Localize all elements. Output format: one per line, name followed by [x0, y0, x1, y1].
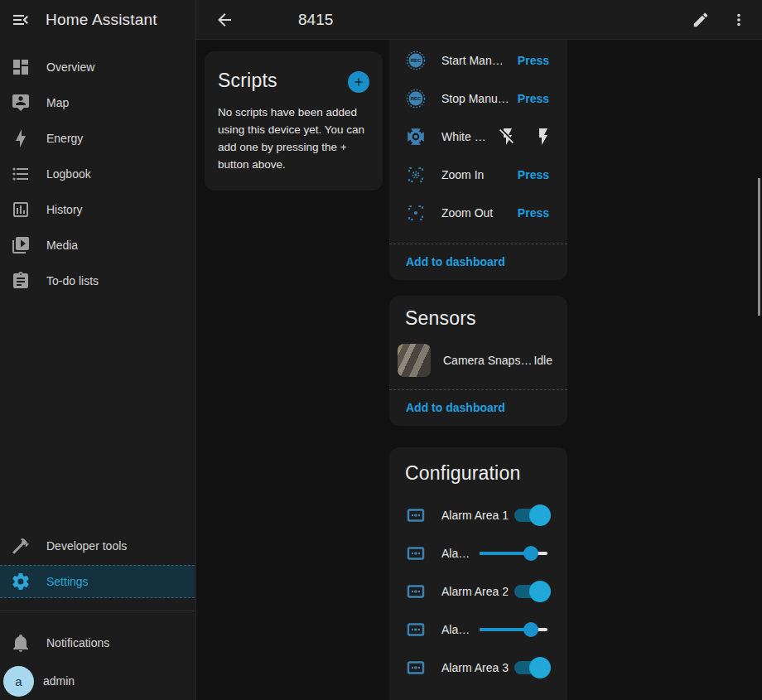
config-row: Alarm Area 1 [389, 496, 567, 534]
app-title: Home Assistant [46, 11, 157, 29]
sidebar-item-media[interactable]: Media [0, 229, 195, 262]
scripts-card: Scripts No scripts have been added using… [205, 51, 383, 191]
page-title: 8415 [298, 11, 333, 29]
control-label: Zoom Out [441, 206, 518, 220]
camera-thumbnail[interactable] [398, 344, 431, 377]
edit-button[interactable] [687, 7, 714, 33]
topbar-actions [687, 7, 762, 33]
scrollbar-thumb[interactable] [758, 178, 760, 316]
press-button[interactable]: Press [518, 92, 549, 105]
control-label: Stop Manu… [441, 92, 518, 105]
alarm-area-icon[interactable] [406, 505, 426, 525]
scripts-card-title: Scripts [218, 70, 277, 92]
flash-off-icon[interactable] [498, 127, 518, 147]
sensors-card: Sensors Camera Snaps… Idle Add to dashbo… [389, 296, 567, 426]
lightning-icon [7, 128, 34, 148]
control-row: Zoom Out Press [389, 194, 567, 232]
map-account-icon [7, 93, 34, 113]
svg-text:REC: REC [411, 58, 422, 63]
gear-icon [7, 572, 34, 591]
config-row: Ala… [389, 611, 567, 649]
floodlight-icon[interactable] [406, 127, 426, 147]
add-to-dashboard-link[interactable]: Add to dashboard [389, 244, 567, 280]
record-icon[interactable]: REC [406, 89, 426, 109]
sidebar-item-label: Notifications [46, 636, 109, 649]
controls-card: REC Start Man… Press REC Stop Manu… Pres… [389, 40, 567, 280]
sidebar-item-todo-lists[interactable]: To-do lists [0, 264, 195, 297]
sidebar: Home Assistant Overview Map Energy Logbo… [0, 0, 196, 700]
alarm-area-toggle[interactable] [514, 659, 547, 676]
config-row: Alarm Area 3 [389, 649, 567, 687]
page-header: 8415 [196, 0, 762, 40]
alarm-area-icon[interactable] [406, 543, 426, 563]
overflow-menu-button[interactable] [726, 7, 752, 33]
sidebar-item-label: Developer tools [46, 539, 127, 553]
zoom-in-icon[interactable] [406, 165, 426, 185]
config-label: Alarm Area 1 [441, 509, 514, 522]
svg-text:REC: REC [411, 96, 422, 101]
sidebar-item-label: To-do lists [46, 274, 99, 287]
control-label: Zoom In [441, 168, 518, 181]
scripts-empty-text: No scripts have been added using this de… [218, 104, 369, 173]
home-assistant-app: Home Assistant Overview Map Energy Logbo… [0, 0, 762, 700]
sidebar-item-label: Settings [46, 575, 89, 588]
configuration-rows: Alarm Area 1 Ala… Alarm Area 2 [389, 496, 567, 687]
back-button[interactable] [211, 7, 238, 33]
sensor-value: Idle [533, 354, 552, 367]
sensor-label: Camera Snaps… [443, 354, 533, 367]
sidebar-item-label: Media [46, 239, 78, 252]
zoom-out-icon[interactable] [406, 203, 426, 223]
bell-icon [7, 633, 34, 653]
record-icon[interactable]: REC [406, 51, 426, 70]
config-label: Alarm Area 3 [441, 661, 514, 674]
sidebar-item-logbook[interactable]: Logbook [0, 157, 195, 191]
sidebar-item-profile[interactable]: a admin [0, 664, 195, 698]
sidebar-item-map[interactable]: Map [0, 86, 195, 119]
config-label: Ala… [441, 623, 480, 636]
dashboard-icon [7, 57, 34, 77]
config-row: Ala… [389, 534, 567, 572]
alarm-sensitivity-slider[interactable] [480, 621, 547, 638]
pencil-icon [692, 11, 710, 29]
sidebar-item-label: Logbook [46, 167, 91, 181]
user-name: admin [43, 674, 75, 688]
sidebar-item-overview[interactable]: Overview [0, 51, 195, 84]
sidebar-item-developer-tools[interactable]: Developer tools [0, 529, 195, 562]
press-button[interactable]: Press [518, 206, 549, 220]
sidebar-item-energy[interactable]: Energy [0, 122, 195, 155]
control-label: Start Man… [441, 54, 518, 67]
control-label: White … [441, 130, 498, 143]
config-label: Alarm Area 2 [441, 585, 514, 598]
device-page-scroll-area: Scripts No scripts have been added using… [196, 40, 762, 700]
chart-box-icon [7, 200, 34, 220]
arrow-left-icon [215, 10, 234, 30]
press-button[interactable]: Press [518, 168, 549, 181]
alarm-area-toggle[interactable] [514, 583, 547, 600]
flash-on-icon[interactable] [533, 127, 553, 147]
sidebar-item-notifications[interactable]: Notifications [0, 626, 195, 659]
press-button[interactable]: Press [518, 54, 549, 67]
alarm-area-icon[interactable] [406, 582, 426, 601]
sidebar-item-label: Energy [46, 132, 83, 145]
control-row: REC Start Man… Press [389, 41, 567, 80]
sensors-card-title: Sensors [389, 296, 567, 330]
alarm-sensitivity-slider[interactable] [480, 545, 547, 562]
sidebar-item-history[interactable]: History [0, 193, 195, 226]
add-script-button[interactable] [348, 71, 369, 93]
sidebar-toggle-button[interactable] [7, 7, 34, 33]
sidebar-item-label: History [46, 203, 83, 216]
sidebar-nav: Overview Map Energy Logbook History Medi… [0, 40, 195, 297]
add-to-dashboard-link[interactable]: Add to dashboard [389, 390, 567, 426]
alarm-area-toggle[interactable] [514, 507, 547, 524]
alarm-area-icon[interactable] [406, 620, 426, 640]
control-row: REC Stop Manu… Press [389, 80, 567, 118]
play-box-icon [7, 235, 34, 255]
flash-toggle-group [498, 127, 553, 147]
configuration-card-title: Configuration [389, 447, 567, 485]
sidebar-item-settings[interactable]: Settings [0, 565, 195, 598]
sidebar-header: Home Assistant [0, 0, 195, 40]
hammer-icon [7, 536, 34, 556]
alarm-area-icon[interactable] [406, 658, 426, 678]
sidebar-item-label: Overview [46, 60, 94, 74]
config-label: Ala… [441, 547, 480, 560]
